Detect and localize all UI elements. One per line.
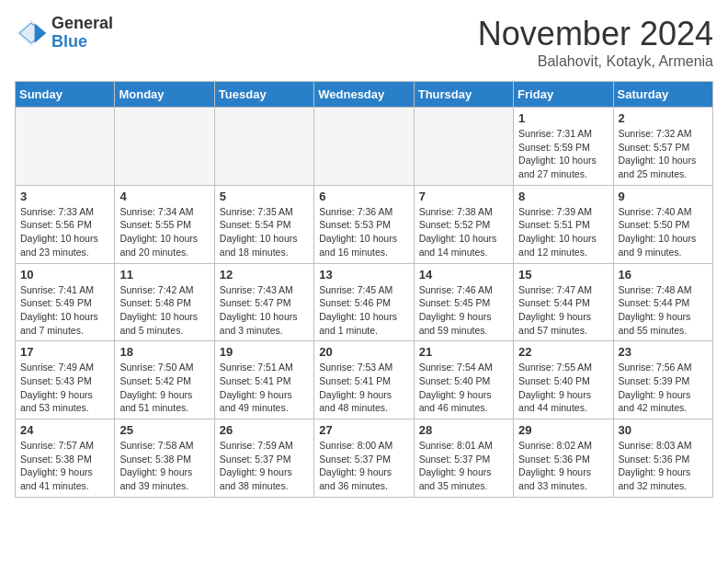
weekday-header-sunday: Sunday	[16, 82, 115, 108]
logo: General Blue	[15, 15, 113, 52]
day-info: Sunrise: 8:03 AM Sunset: 5:36 PM Dayligh…	[619, 439, 708, 493]
day-number: 24	[20, 423, 109, 437]
calendar-cell: 25Sunrise: 7:58 AM Sunset: 5:38 PM Dayli…	[115, 419, 214, 498]
calendar-cell: 4Sunrise: 7:34 AM Sunset: 5:55 PM Daylig…	[115, 185, 214, 263]
day-info: Sunrise: 7:56 AM Sunset: 5:39 PM Dayligh…	[619, 361, 708, 415]
day-number: 17	[20, 345, 109, 359]
svg-marker-1	[35, 23, 47, 43]
week-row-2: 3Sunrise: 7:33 AM Sunset: 5:56 PM Daylig…	[16, 185, 713, 263]
calendar-cell	[115, 108, 214, 186]
weekday-header-monday: Monday	[115, 82, 214, 108]
day-info: Sunrise: 7:38 AM Sunset: 5:52 PM Dayligh…	[419, 205, 508, 259]
day-number: 21	[419, 345, 508, 359]
day-number: 6	[319, 190, 408, 203]
calendar-cell: 9Sunrise: 7:40 AM Sunset: 5:50 PM Daylig…	[613, 185, 712, 263]
calendar-table: SundayMondayTuesdayWednesdayThursdayFrid…	[15, 81, 713, 498]
calendar-cell: 17Sunrise: 7:49 AM Sunset: 5:43 PM Dayli…	[16, 341, 115, 419]
weekday-header-thursday: Thursday	[414, 82, 513, 108]
day-info: Sunrise: 7:55 AM Sunset: 5:40 PM Dayligh…	[518, 361, 608, 415]
weekday-header-saturday: Saturday	[613, 82, 712, 108]
logo-general-text: General	[51, 15, 113, 33]
calendar-cell: 12Sunrise: 7:43 AM Sunset: 5:47 PM Dayli…	[214, 263, 313, 341]
day-number: 23	[619, 345, 708, 359]
calendar-cell: 28Sunrise: 8:01 AM Sunset: 5:37 PM Dayli…	[414, 419, 513, 498]
day-info: Sunrise: 7:49 AM Sunset: 5:43 PM Dayligh…	[20, 361, 109, 415]
day-info: Sunrise: 7:35 AM Sunset: 5:54 PM Dayligh…	[220, 205, 309, 259]
title-area: November 2024 Balahovit, Kotayk, Armenia	[478, 15, 713, 70]
day-info: Sunrise: 7:42 AM Sunset: 5:48 PM Dayligh…	[119, 283, 209, 338]
calendar-cell: 1Sunrise: 7:31 AM Sunset: 5:59 PM Daylig…	[514, 108, 613, 186]
day-info: Sunrise: 7:45 AM Sunset: 5:46 PM Dayligh…	[319, 283, 408, 338]
week-row-3: 10Sunrise: 7:41 AM Sunset: 5:49 PM Dayli…	[16, 263, 713, 341]
calendar-cell: 10Sunrise: 7:41 AM Sunset: 5:49 PM Dayli…	[16, 263, 115, 341]
day-info: Sunrise: 7:50 AM Sunset: 5:42 PM Dayligh…	[119, 361, 209, 415]
day-number: 3	[20, 190, 109, 203]
day-info: Sunrise: 7:39 AM Sunset: 5:51 PM Dayligh…	[518, 205, 608, 259]
day-number: 18	[119, 345, 209, 359]
calendar-cell: 29Sunrise: 8:02 AM Sunset: 5:36 PM Dayli…	[514, 419, 613, 498]
day-info: Sunrise: 7:32 AM Sunset: 5:57 PM Dayligh…	[619, 127, 708, 181]
day-number: 14	[419, 268, 508, 282]
calendar-cell	[214, 108, 313, 186]
calendar-cell: 22Sunrise: 7:55 AM Sunset: 5:40 PM Dayli…	[514, 341, 613, 419]
day-info: Sunrise: 7:41 AM Sunset: 5:49 PM Dayligh…	[20, 283, 109, 338]
day-number: 7	[419, 190, 508, 203]
calendar-cell: 15Sunrise: 7:47 AM Sunset: 5:44 PM Dayli…	[514, 263, 613, 341]
calendar-cell: 7Sunrise: 7:38 AM Sunset: 5:52 PM Daylig…	[414, 185, 513, 263]
day-info: Sunrise: 8:02 AM Sunset: 5:36 PM Dayligh…	[518, 439, 608, 493]
day-info: Sunrise: 7:33 AM Sunset: 5:56 PM Dayligh…	[20, 205, 109, 259]
location-text: Balahovit, Kotayk, Armenia	[478, 53, 713, 70]
day-info: Sunrise: 7:36 AM Sunset: 5:53 PM Dayligh…	[319, 205, 408, 259]
day-number: 10	[20, 268, 109, 282]
logo-icon	[15, 17, 48, 50]
page-header: General Blue November 2024 Balahovit, Ko…	[15, 15, 713, 70]
day-number: 12	[220, 268, 309, 282]
day-number: 19	[220, 345, 309, 359]
calendar-cell	[414, 108, 513, 186]
day-number: 9	[619, 190, 708, 203]
weekday-header-wednesday: Wednesday	[314, 82, 414, 108]
calendar-cell: 26Sunrise: 7:59 AM Sunset: 5:37 PM Dayli…	[214, 419, 313, 498]
day-info: Sunrise: 7:46 AM Sunset: 5:45 PM Dayligh…	[419, 283, 508, 338]
day-number: 16	[619, 268, 708, 282]
day-info: Sunrise: 7:57 AM Sunset: 5:38 PM Dayligh…	[20, 439, 109, 493]
calendar-cell: 3Sunrise: 7:33 AM Sunset: 5:56 PM Daylig…	[16, 185, 115, 263]
day-info: Sunrise: 7:47 AM Sunset: 5:44 PM Dayligh…	[518, 283, 608, 338]
calendar-cell: 13Sunrise: 7:45 AM Sunset: 5:46 PM Dayli…	[314, 263, 414, 341]
day-number: 1	[518, 111, 608, 125]
day-info: Sunrise: 7:43 AM Sunset: 5:47 PM Dayligh…	[220, 283, 309, 338]
calendar-cell: 16Sunrise: 7:48 AM Sunset: 5:44 PM Dayli…	[613, 263, 712, 341]
day-info: Sunrise: 7:59 AM Sunset: 5:37 PM Dayligh…	[220, 439, 309, 493]
day-number: 30	[619, 423, 708, 437]
day-info: Sunrise: 7:51 AM Sunset: 5:41 PM Dayligh…	[220, 361, 309, 415]
calendar-cell: 14Sunrise: 7:46 AM Sunset: 5:45 PM Dayli…	[414, 263, 513, 341]
day-number: 11	[119, 268, 209, 282]
logo-blue-text: Blue	[51, 33, 113, 52]
weekday-header-friday: Friday	[514, 82, 613, 108]
day-number: 20	[319, 345, 408, 359]
day-number: 13	[319, 268, 408, 282]
week-row-5: 24Sunrise: 7:57 AM Sunset: 5:38 PM Dayli…	[16, 419, 713, 498]
day-info: Sunrise: 7:53 AM Sunset: 5:41 PM Dayligh…	[319, 361, 408, 415]
day-number: 27	[319, 423, 408, 437]
day-info: Sunrise: 7:48 AM Sunset: 5:44 PM Dayligh…	[619, 283, 708, 338]
weekday-header-tuesday: Tuesday	[214, 82, 313, 108]
calendar-cell: 8Sunrise: 7:39 AM Sunset: 5:51 PM Daylig…	[514, 185, 613, 263]
day-number: 2	[619, 111, 708, 125]
day-number: 4	[119, 190, 209, 203]
calendar-cell: 30Sunrise: 8:03 AM Sunset: 5:36 PM Dayli…	[613, 419, 712, 498]
day-info: Sunrise: 8:01 AM Sunset: 5:37 PM Dayligh…	[419, 439, 508, 493]
calendar-cell: 6Sunrise: 7:36 AM Sunset: 5:53 PM Daylig…	[314, 185, 414, 263]
calendar-cell: 23Sunrise: 7:56 AM Sunset: 5:39 PM Dayli…	[613, 341, 712, 419]
week-row-4: 17Sunrise: 7:49 AM Sunset: 5:43 PM Dayli…	[16, 341, 713, 419]
calendar-cell: 11Sunrise: 7:42 AM Sunset: 5:48 PM Dayli…	[115, 263, 214, 341]
weekday-header-row: SundayMondayTuesdayWednesdayThursdayFrid…	[16, 82, 713, 108]
day-number: 25	[119, 423, 209, 437]
calendar-cell: 2Sunrise: 7:32 AM Sunset: 5:57 PM Daylig…	[613, 108, 712, 186]
day-number: 15	[518, 268, 608, 282]
day-info: Sunrise: 7:40 AM Sunset: 5:50 PM Dayligh…	[619, 205, 708, 259]
day-number: 29	[518, 423, 608, 437]
logo-text: General Blue	[51, 15, 113, 52]
calendar-cell: 21Sunrise: 7:54 AM Sunset: 5:40 PM Dayli…	[414, 341, 513, 419]
day-info: Sunrise: 7:34 AM Sunset: 5:55 PM Dayligh…	[119, 205, 209, 259]
